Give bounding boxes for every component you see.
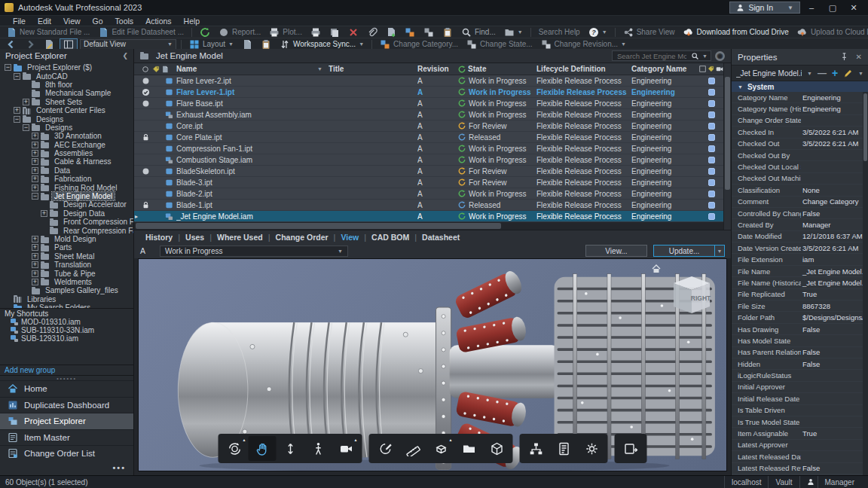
property-row[interactable]: Has Parent Relations...False <box>732 347 868 358</box>
sidebar-item-item-master[interactable]: Item Master <box>0 429 133 446</box>
edit-properties-icon[interactable] <box>843 69 853 78</box>
expander-icon[interactable]: − <box>14 73 20 80</box>
folder-tools-button[interactable]: ▼ <box>501 26 526 38</box>
column-revision[interactable]: Revision <box>417 65 458 73</box>
property-row[interactable]: File Size8867328 <box>732 300 868 312</box>
sidebar-item-home[interactable]: Home <box>0 380 133 397</box>
update-button[interactable]: Update... <box>653 245 715 257</box>
row-checkbox[interactable] <box>708 78 715 84</box>
add-new-group-link[interactable]: Add new group <box>0 364 133 375</box>
property-row[interactable]: File Extensioniam <box>732 254 868 265</box>
expander-icon[interactable]: + <box>32 185 38 191</box>
view-settings-icon[interactable]: ◉ <box>715 51 725 61</box>
menu-file[interactable]: File <box>8 17 31 26</box>
tree-item-autocad[interactable]: −AutoCAD <box>0 72 133 80</box>
expander-icon[interactable]: + <box>32 253 38 260</box>
property-row[interactable]: Latest Approver <box>732 440 868 451</box>
remove-property-button[interactable]: — <box>818 68 827 78</box>
table-row[interactable]: ▸ _Jet Engine Model.iam A Work in Progre… <box>134 211 723 222</box>
expander-icon[interactable]: + <box>14 107 20 114</box>
horizontal-scrollbar[interactable] <box>134 222 723 230</box>
property-row[interactable]: Date Version Created3/5/2022 6:21 AM <box>732 242 868 254</box>
refresh-button[interactable] <box>197 26 213 38</box>
property-group-system[interactable]: ▼System <box>732 81 868 92</box>
back-button[interactable] <box>3 38 20 50</box>
property-row[interactable]: Is True Model State <box>732 416 868 428</box>
shortcut-sub-129310-iam[interactable]: SUB-129310.iam <box>0 334 133 343</box>
panel-splitter[interactable]: •••••• <box>0 375 133 380</box>
update-dropdown-chevron[interactable]: ▼ <box>715 245 725 257</box>
table-row[interactable]: Exhaust Assembly.iam A Work in Progress … <box>134 109 723 120</box>
tree-item-cable-harness[interactable]: +Cable & Harness <box>0 157 133 166</box>
maximize-button[interactable]: ▢ <box>823 1 842 14</box>
find-button[interactable]: Find... <box>458 26 499 38</box>
tree-item-libraries[interactable]: Libraries <box>0 295 133 303</box>
properties-scrollbar[interactable] <box>863 92 868 475</box>
tab-uses[interactable]: Uses <box>180 233 209 242</box>
property-row[interactable]: File Name_Jet Engine Model.iam <box>732 266 868 277</box>
tag-column-icon[interactable] <box>152 66 161 73</box>
tree-item-designs[interactable]: −Designs <box>0 124 133 132</box>
search-box[interactable]: ▼ <box>612 50 711 61</box>
tab-where-used[interactable]: Where Used <box>212 233 268 242</box>
layout-button[interactable]: Layout▼ <box>186 38 237 50</box>
expander-icon[interactable]: + <box>32 270 38 277</box>
row-checkbox[interactable] <box>708 202 715 209</box>
tree-item-rear-compression-fan[interactable]: Rear Compression Fan <box>0 226 133 234</box>
share-view-button[interactable]: Share View <box>620 26 678 38</box>
expander-icon[interactable]: + <box>32 236 38 242</box>
property-row[interactable]: File Name (Historical)_Jet Engine Model.… <box>732 277 868 288</box>
expander-icon[interactable]: + <box>32 261 38 268</box>
report-button[interactable]: Report... <box>215 26 264 38</box>
shortcut-sub-119310-33n-iam[interactable]: SUB-119310-33N.iam <box>0 326 133 334</box>
row-checkbox[interactable] <box>708 145 715 152</box>
view-preset-dropdown[interactable]: Default View▼ <box>80 39 176 50</box>
expander-icon[interactable]: − <box>32 193 38 200</box>
measure-tool-button[interactable] <box>399 436 427 461</box>
table-row[interactable]: Flare Lever-1.ipt A Work in Progress Fle… <box>134 87 723 98</box>
row-checkbox[interactable] <box>708 111 715 118</box>
explode-tool-button[interactable]: ▲ <box>427 436 455 461</box>
expander-icon[interactable]: − <box>14 116 20 123</box>
settings-tool-button[interactable] <box>578 436 606 461</box>
more-options-button[interactable]: ••• <box>0 462 133 475</box>
property-row[interactable]: Controlled By Chang...False <box>732 208 868 219</box>
print-preview-button[interactable] <box>326 26 343 38</box>
table-row[interactable]: Blade-3.ipt A For Review Flexible Releas… <box>134 177 723 188</box>
properties-panel-tool-button[interactable] <box>550 436 578 461</box>
column-category[interactable]: Category Name <box>631 65 699 73</box>
download-cloud-button[interactable]: Download from Cloud Drive <box>680 26 792 38</box>
property-row[interactable]: HiddenFalse <box>732 358 868 370</box>
edit-chevron[interactable]: ▼ <box>858 71 863 76</box>
property-row[interactable]: CommentChange Category <box>732 197 868 208</box>
collapse-panel-icon[interactable]: ❮ <box>122 52 128 59</box>
column-title[interactable]: Title <box>329 65 417 73</box>
search-options-chevron[interactable]: ▼ <box>702 53 708 59</box>
tree-item-sheet-metal[interactable]: +Sheet Metal <box>0 252 133 261</box>
expander-icon[interactable]: + <box>23 99 29 105</box>
property-row[interactable]: Folder Path$/Designs/Designs/Je... <box>732 312 868 323</box>
orbit-tool-button[interactable]: ▲ <box>221 436 249 461</box>
walk-tool-button[interactable] <box>304 436 332 461</box>
property-row[interactable]: Item AssignableTrue <box>732 428 868 439</box>
row-checkbox[interactable] <box>708 100 715 107</box>
change-state-button[interactable]: Change State... <box>463 38 536 50</box>
tree-item-mold-design[interactable]: +Mold Design <box>0 235 133 243</box>
expander-icon[interactable]: + <box>32 142 38 148</box>
filetype-column-icon[interactable] <box>161 66 176 73</box>
pin-icon[interactable] <box>840 53 848 61</box>
expander-icon[interactable]: − <box>5 64 11 71</box>
property-row[interactable]: Date Modified12/1/2018 6:37 AM <box>732 231 868 242</box>
property-row[interactable]: Checked Out Machine <box>732 173 868 185</box>
table-row[interactable]: Combustion Stage.iam A Work in Progress … <box>134 154 723 166</box>
property-row[interactable]: Latest Released Date <box>732 451 868 462</box>
property-row[interactable]: Created ByManager <box>732 219 868 230</box>
add-property-button[interactable]: + <box>832 67 838 79</box>
folder-tool-button[interactable] <box>455 436 483 461</box>
property-row[interactable]: Change Order State <box>732 115 868 127</box>
table-row[interactable]: Blade-1.ipt A Released Flexible Release … <box>134 200 723 211</box>
close-button[interactable]: ✕ <box>844 1 863 14</box>
row-checkbox[interactable] <box>708 213 715 220</box>
property-row[interactable]: Has DrawingFalse <box>732 324 868 335</box>
edit-view-button[interactable] <box>41 38 57 50</box>
